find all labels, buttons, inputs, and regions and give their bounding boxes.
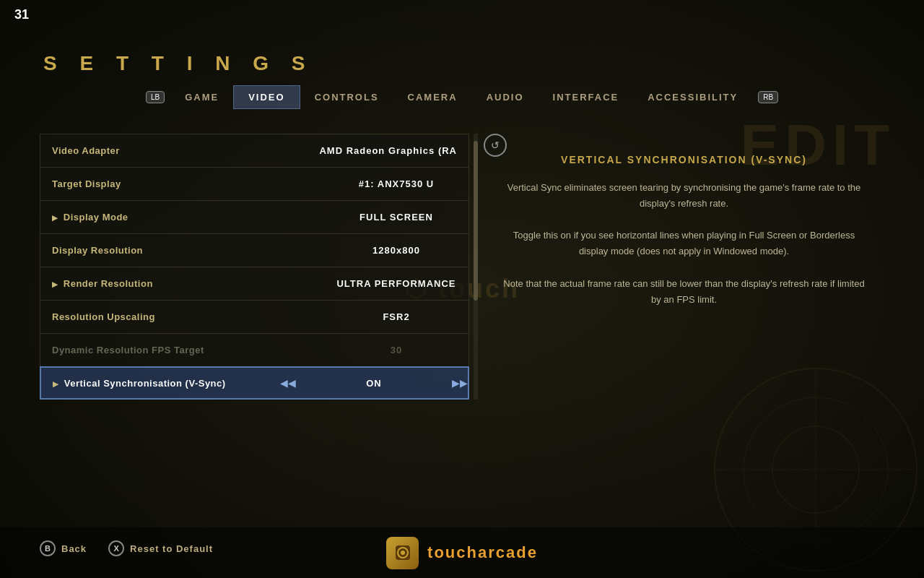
setting-value-resolution-upscaling: FSR2 bbox=[324, 303, 468, 331]
setting-row-render-resolution[interactable]: ▶ Render Resolution ULTRA PERFORMANCE bbox=[40, 267, 469, 300]
page-title: S E T T I N G S bbox=[43, 52, 313, 75]
setting-row-display-resolution[interactable]: Display Resolution 924x578 bbox=[40, 233, 469, 267]
scroll-bar[interactable] bbox=[474, 134, 478, 400]
back-circle-button[interactable]: ↺ bbox=[484, 134, 507, 157]
tab-game[interactable]: GAME bbox=[170, 86, 233, 108]
bottom-bar: B Back X Reset to Default bbox=[40, 540, 884, 556]
b-button-icon: B bbox=[40, 540, 56, 556]
nav-tabs: LB GAME VIDEO CONTROLS CAMERA AUDIO INTE… bbox=[0, 85, 924, 109]
setting-label-display-mode: ▶ Display Mode bbox=[40, 203, 324, 231]
setting-row-display-mode[interactable]: ▶ Display Mode FULL SCREEN bbox=[40, 200, 469, 233]
setting-value-target-display: #1: ANX7530 U bbox=[324, 170, 468, 198]
setting-row-vsync[interactable]: ▶ Vertical Synchronisation (V-Sync) ◀◀ O… bbox=[40, 366, 469, 400]
setting-value-video-adapter: AMD Radeon Graphics (RA bbox=[308, 137, 468, 165]
description-text: Vertical Sync eliminates screen tearing … bbox=[498, 180, 870, 308]
setting-label-vsync: ▶ Vertical Synchronisation (V-Sync) bbox=[41, 369, 280, 397]
setting-row-video-adapter[interactable]: Video Adapter AMD Radeon Graphics (RA bbox=[40, 134, 469, 167]
tab-accessibility[interactable]: ACCESSIBILITY bbox=[633, 86, 752, 108]
expand-arrow-vsync: ▶ bbox=[53, 380, 61, 388]
expand-arrow-render-resolution: ▶ bbox=[52, 280, 61, 288]
setting-label-video-adapter: Video Adapter bbox=[40, 137, 308, 165]
reset-label: Reset to Default bbox=[130, 543, 213, 554]
setting-value-display-resolution: 924x578 bbox=[324, 236, 468, 264]
description-title: VERTICAL SYNCHRONISATION (V-SYNC) bbox=[498, 148, 870, 165]
description-panel: ↺ VERTICAL SYNCHRONISATION (V-SYNC) Vert… bbox=[484, 134, 884, 499]
setting-label-target-display: Target Display bbox=[40, 170, 324, 198]
setting-row-target-display[interactable]: Target Display #1: ANX7530 U bbox=[40, 167, 469, 200]
setting-row-resolution-upscaling[interactable]: Resolution Upscaling FSR2 bbox=[40, 300, 469, 333]
scroll-area: Video Adapter AMD Radeon Graphics (RA Ta… bbox=[40, 134, 469, 400]
settings-panel: Video Adapter AMD Radeon Graphics (RA Ta… bbox=[40, 134, 469, 499]
setting-row-dynamic-fps: Dynamic Resolution FPS Target 30 bbox=[40, 333, 469, 366]
vsync-next-button[interactable]: ▶▶ bbox=[452, 377, 468, 389]
setting-value-dynamic-fps: 30 bbox=[324, 336, 468, 364]
x-button-icon: X bbox=[108, 540, 124, 556]
frame-number: 31 bbox=[14, 7, 29, 22]
tab-video[interactable]: VIDEO bbox=[233, 85, 300, 109]
setting-label-dynamic-fps: Dynamic Resolution FPS Target bbox=[40, 336, 324, 364]
lb-button[interactable]: LB bbox=[146, 91, 165, 103]
setting-label-display-resolution: Display Resolution bbox=[40, 236, 324, 264]
setting-value-display-mode: FULL SCREEN bbox=[324, 203, 468, 231]
reset-button[interactable]: X Reset to Default bbox=[108, 540, 213, 556]
expand-arrow-display-mode: ▶ bbox=[52, 214, 61, 222]
setting-value-vsync: ON bbox=[302, 369, 446, 397]
vsync-controls: ◀◀ ON ▶▶ bbox=[280, 369, 468, 397]
back-button[interactable]: B Back bbox=[40, 540, 87, 556]
tab-audio[interactable]: AUDIO bbox=[472, 86, 539, 108]
setting-value-render-resolution: ULTRA PERFORMANCE bbox=[324, 269, 468, 298]
setting-label-render-resolution: ▶ Render Resolution bbox=[40, 269, 324, 298]
tab-interface[interactable]: INTERFACE bbox=[539, 86, 634, 108]
setting-label-resolution-upscaling: Resolution Upscaling bbox=[40, 303, 324, 331]
scroll-thumb bbox=[474, 141, 478, 301]
back-label: Back bbox=[61, 543, 87, 554]
rb-button[interactable]: RB bbox=[758, 91, 778, 103]
tab-controls[interactable]: CONTROLS bbox=[300, 86, 393, 108]
tab-camera[interactable]: CAMERA bbox=[393, 86, 472, 108]
main-content: Video Adapter AMD Radeon Graphics (RA Ta… bbox=[40, 134, 884, 499]
vsync-prev-button[interactable]: ◀◀ bbox=[280, 377, 296, 389]
